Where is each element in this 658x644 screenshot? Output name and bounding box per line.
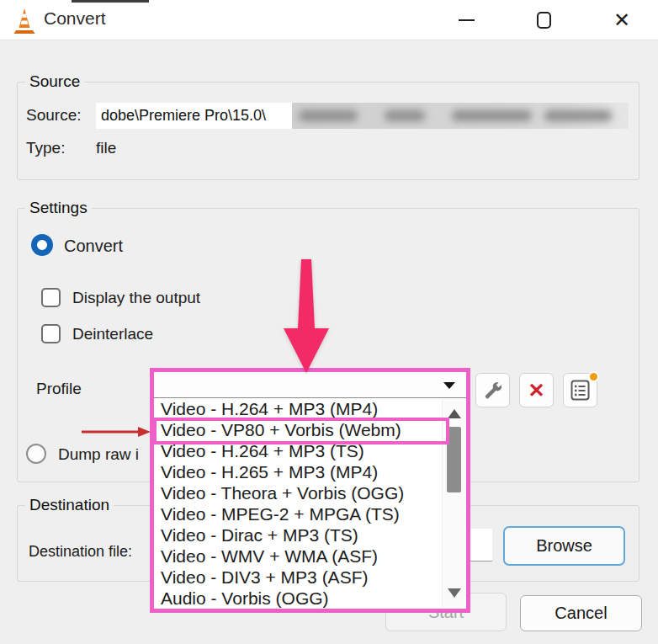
window-title: Convert [44, 8, 106, 29]
chevron-down-icon [443, 382, 455, 389]
profile-option[interactable]: Audio - Vorbis (OGG) [154, 588, 466, 609]
close-icon: ✕ [613, 10, 630, 30]
source-path-field[interactable]: dobe\Premiere Pro\15.0\ [96, 103, 292, 129]
titlebar: Convert ✕ [0, 0, 658, 40]
display-output-label: Display the output [72, 289, 200, 307]
scrollbar-thumb[interactable] [447, 427, 461, 492]
deinterlace-checkbox[interactable] [41, 324, 61, 343]
close-button[interactable]: ✕ [602, 3, 642, 37]
maximize-icon [537, 12, 551, 29]
cancel-button[interactable]: Cancel [520, 595, 642, 631]
profile-label: Profile [36, 380, 82, 398]
pink-down-arrow-annotation [280, 259, 332, 374]
type-value: file [96, 139, 116, 157]
source-path-blurred-region [292, 103, 629, 129]
minimize-button[interactable] [446, 3, 486, 37]
profile-option[interactable]: Video - H.264 + MP3 (TS) [154, 440, 466, 461]
convert-radio-label: Convert [64, 237, 123, 256]
profile-option[interactable]: Video - Dirac + MP3 (TS) [154, 524, 466, 546]
dump-raw-radio[interactable] [26, 444, 46, 464]
profile-option[interactable]: Video - MPEG-2 + MPGA (TS) [154, 503, 466, 524]
browse-button-label: Browse [536, 536, 592, 556]
profile-dropdown-list: Video - H.264 + MP3 (MP4) Video - VP80 +… [154, 398, 466, 609]
profile-dropdown-annotation-box: Video - H.264 + MP3 (MP4) Video - VP80 +… [150, 368, 470, 613]
vlc-cone-icon [13, 8, 35, 34]
source-groupbox: Source Source: dobe\Premiere Pro\15.0\ T… [17, 82, 639, 180]
profile-option[interactable]: Video - WMV + WMA (ASF) [154, 546, 466, 567]
blur-blob [299, 110, 358, 121]
profile-option[interactable]: Video - H.265 + MP3 (MP4) [154, 461, 466, 482]
convert-radio[interactable] [31, 234, 53, 256]
profile-list-icon [570, 380, 590, 401]
scrollbar-down-icon[interactable] [448, 588, 461, 598]
profile-option[interactable]: Video - Theora + Vorbis (OGG) [154, 482, 466, 503]
display-output-checkbox[interactable] [41, 288, 61, 307]
profile-option[interactable]: Video - H.264 + MP3 (MP4) [154, 398, 466, 419]
delete-profile-button[interactable]: ✕ [519, 373, 554, 407]
cancel-button-label: Cancel [555, 604, 607, 623]
new-badge-dot-icon [588, 371, 599, 382]
delete-x-icon: ✕ [528, 381, 544, 401]
new-profile-button[interactable] [563, 373, 597, 407]
source-group-label: Source [25, 72, 84, 91]
dump-raw-label: Dump raw i [58, 445, 139, 464]
deinterlace-label: Deinterlace [72, 325, 153, 343]
profile-option-highlighted[interactable]: Video - VP80 + Vorbis (Webm) [154, 419, 466, 440]
red-right-arrow-annotation [80, 426, 152, 438]
minimize-icon [459, 19, 475, 22]
profile-combobox[interactable] [154, 372, 466, 398]
blur-blob [385, 110, 425, 121]
destination-file-label: Destination file: [29, 543, 132, 561]
maximize-button[interactable] [523, 3, 564, 37]
destination-group-label: Destination [25, 496, 114, 514]
wrench-icon [483, 381, 503, 401]
scrollbar-up-icon[interactable] [448, 409, 461, 418]
profile-option[interactable]: Video - DIV3 + MP3 (ASF) [154, 567, 466, 588]
type-label: Type: [26, 139, 65, 157]
dropdown-scrollbar[interactable] [442, 400, 464, 607]
edit-profile-button[interactable] [475, 373, 510, 407]
source-field-label: Source: [26, 106, 81, 125]
settings-group-label: Settings [25, 199, 92, 217]
screenshot-artifact-line [72, 0, 149, 3]
blur-blob [544, 110, 612, 121]
browse-button[interactable]: Browse [503, 526, 625, 566]
blur-blob [452, 110, 532, 121]
